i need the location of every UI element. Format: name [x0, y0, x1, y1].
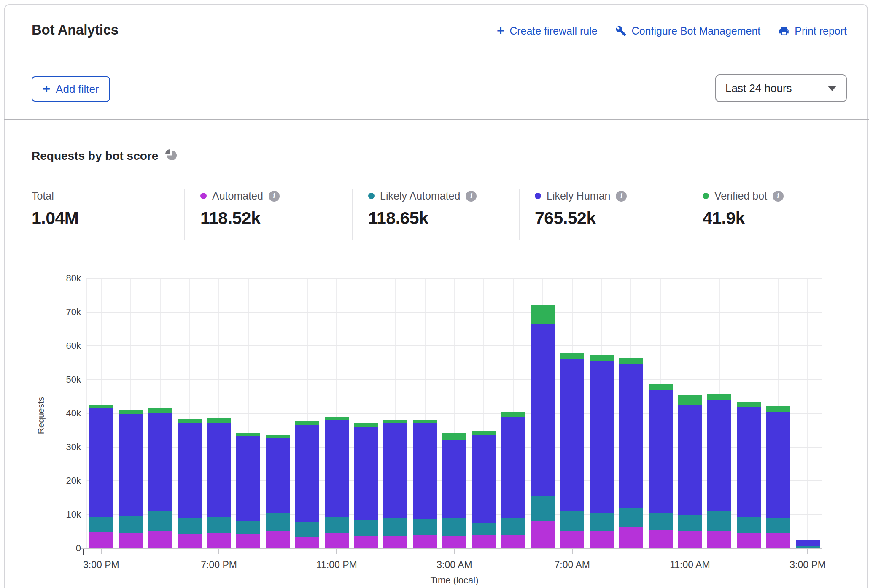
bar[interactable]: [207, 278, 231, 548]
bar[interactable]: [560, 278, 584, 548]
configure-bot-management-link[interactable]: Configure Bot Management: [615, 25, 761, 37]
bar-segment-automated[interactable]: [649, 530, 673, 548]
bar-segment-likely-automated[interactable]: [442, 518, 466, 536]
bar-segment-automated[interactable]: [413, 535, 437, 548]
bar[interactable]: [266, 278, 290, 548]
info-icon[interactable]: i: [773, 191, 784, 202]
bar-segment-automated[interactable]: [148, 531, 172, 548]
bar-segment-verified-bot[interactable]: [707, 394, 731, 400]
bar-segment-likely-human[interactable]: [649, 390, 673, 513]
bar[interactable]: [678, 278, 702, 548]
bar-segment-likely-human[interactable]: [207, 423, 231, 518]
bar-segment-automated[interactable]: [619, 527, 643, 548]
bar-segment-automated[interactable]: [442, 536, 466, 548]
bar-segment-likely-human[interactable]: [472, 435, 496, 523]
bar-segment-likely-human[interactable]: [678, 405, 702, 515]
bar-segment-likely-human[interactable]: [619, 364, 643, 508]
bar-segment-verified-bot[interactable]: [207, 418, 231, 423]
bar-segment-automated[interactable]: [590, 531, 614, 548]
bar-segment-likely-human[interactable]: [325, 420, 349, 517]
bar-segment-likely-human[interactable]: [148, 413, 172, 511]
bar-segment-likely-automated[interactable]: [707, 511, 731, 531]
bar-segment-likely-automated[interactable]: [649, 513, 673, 530]
bar-segment-verified-bot[interactable]: [442, 433, 466, 439]
bar-segment-likely-automated[interactable]: [472, 523, 496, 535]
bar-segment-verified-bot[interactable]: [89, 405, 113, 408]
bar-segment-likely-human[interactable]: [295, 425, 319, 522]
bar-segment-automated[interactable]: [325, 533, 349, 548]
bar[interactable]: [501, 278, 525, 548]
bar-segment-likely-automated[interactable]: [560, 511, 584, 531]
bar-segment-verified-bot[interactable]: [590, 355, 614, 361]
bar-segment-automated[interactable]: [501, 535, 525, 548]
bar-segment-verified-bot[interactable]: [178, 419, 202, 423]
bar-segment-automated[interactable]: [178, 534, 202, 548]
bar-segment-likely-automated[interactable]: [207, 517, 231, 533]
bar-segment-automated[interactable]: [119, 533, 143, 548]
info-icon[interactable]: i: [616, 191, 627, 202]
bar-segment-likely-human[interactable]: [178, 423, 202, 518]
bar[interactable]: [119, 278, 143, 548]
bar-segment-automated[interactable]: [560, 531, 584, 548]
bar[interactable]: [649, 278, 673, 548]
bar-segment-verified-bot[interactable]: [148, 408, 172, 413]
info-icon[interactable]: i: [269, 191, 280, 202]
bar[interactable]: [796, 278, 820, 548]
bar-segment-likely-automated[interactable]: [89, 517, 113, 533]
bar-segment-verified-bot[interactable]: [236, 433, 260, 436]
bar[interactable]: [295, 278, 319, 548]
bar[interactable]: [148, 278, 172, 548]
bar[interactable]: [442, 278, 466, 548]
bar-segment-likely-human[interactable]: [383, 423, 407, 518]
bar-segment-automated[interactable]: [383, 536, 407, 548]
bar-segment-verified-bot[interactable]: [531, 305, 555, 324]
bar-segment-likely-automated[interactable]: [295, 522, 319, 537]
bar-segment-automated[interactable]: [89, 532, 113, 548]
bar-segment-likely-automated[interactable]: [501, 518, 525, 535]
bar-segment-verified-bot[interactable]: [560, 353, 584, 359]
time-range-select[interactable]: Last 24 hours: [715, 74, 847, 102]
bar-segment-verified-bot[interactable]: [295, 421, 319, 425]
bar-segment-likely-human[interactable]: [413, 423, 437, 519]
bar-segment-likely-automated[interactable]: [678, 515, 702, 531]
bar-segment-automated[interactable]: [737, 533, 761, 548]
bar-segment-verified-bot[interactable]: [619, 358, 643, 364]
info-icon[interactable]: i: [466, 191, 477, 202]
bar[interactable]: [619, 278, 643, 548]
bar[interactable]: [472, 278, 496, 548]
bar-segment-verified-bot[interactable]: [266, 435, 290, 438]
bar-segment-likely-human[interactable]: [737, 407, 761, 518]
bar[interactable]: [383, 278, 407, 548]
bar-segment-verified-bot[interactable]: [325, 417, 349, 420]
bar-segment-automated[interactable]: [354, 536, 378, 548]
bar[interactable]: [707, 278, 731, 548]
bar-segment-likely-human[interactable]: [560, 359, 584, 511]
bar-segment-likely-human[interactable]: [266, 438, 290, 513]
bar-segment-automated[interactable]: [472, 535, 496, 548]
bar-segment-likely-automated[interactable]: [413, 519, 437, 535]
bar-segment-likely-human[interactable]: [531, 324, 555, 496]
bar-segment-likely-automated[interactable]: [236, 521, 260, 534]
bar-segment-likely-human[interactable]: [236, 436, 260, 521]
bar-segment-likely-automated[interactable]: [354, 520, 378, 536]
bar[interactable]: [413, 278, 437, 548]
bar[interactable]: [325, 278, 349, 548]
bar-segment-likely-automated[interactable]: [796, 546, 820, 547]
bar-segment-likely-automated[interactable]: [148, 511, 172, 531]
bar[interactable]: [89, 278, 113, 548]
bar[interactable]: [178, 278, 202, 548]
bar-segment-verified-bot[interactable]: [766, 406, 790, 412]
bar-segment-verified-bot[interactable]: [649, 384, 673, 390]
bar-segment-likely-human[interactable]: [89, 408, 113, 517]
bar-segment-likely-automated[interactable]: [325, 517, 349, 533]
bar[interactable]: [766, 278, 790, 548]
bar-segment-verified-bot[interactable]: [678, 395, 702, 405]
bar-segment-automated[interactable]: [236, 534, 260, 548]
bar[interactable]: [354, 278, 378, 548]
bar-segment-automated[interactable]: [531, 521, 555, 548]
bar-segment-likely-automated[interactable]: [531, 496, 555, 521]
bar-segment-likely-automated[interactable]: [383, 518, 407, 536]
bar-segment-verified-bot[interactable]: [501, 412, 525, 417]
bar-segment-likely-automated[interactable]: [119, 516, 143, 533]
bar-segment-automated[interactable]: [678, 531, 702, 548]
